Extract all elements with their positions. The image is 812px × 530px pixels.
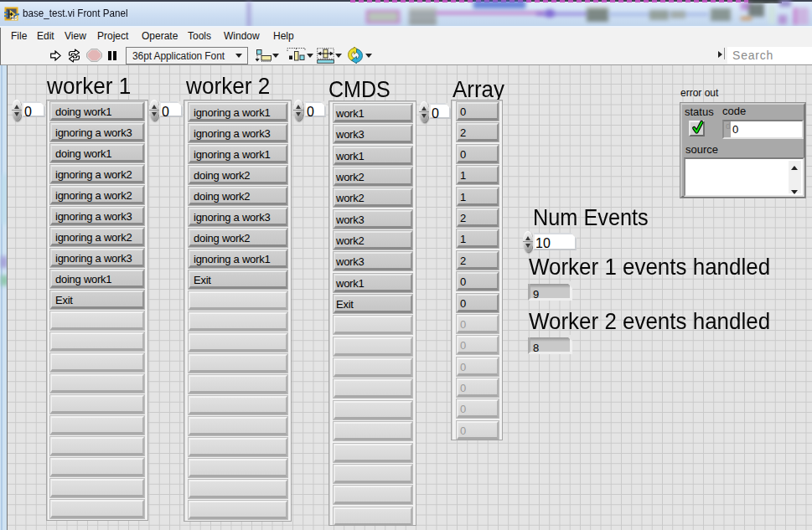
svg-text:16: 16 [12, 15, 18, 21]
